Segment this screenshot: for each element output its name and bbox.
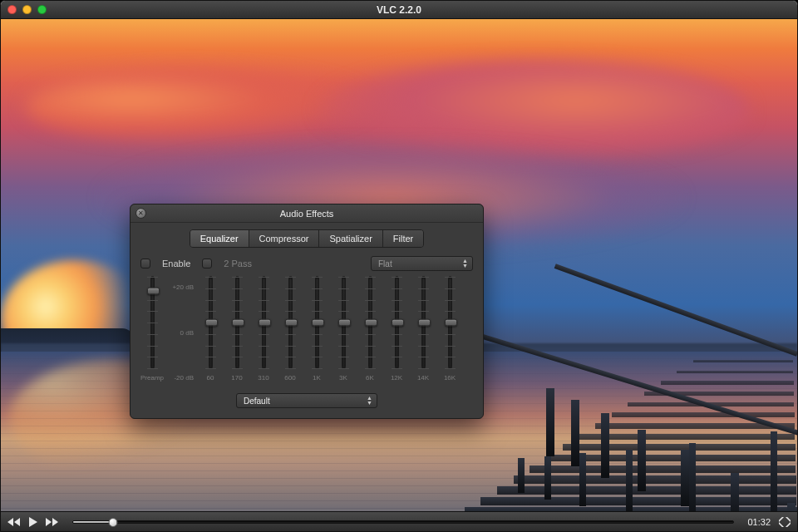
time-display: 01:32 xyxy=(747,517,771,527)
preamp-label: Preamp xyxy=(140,374,164,382)
video-area[interactable]: ✕ Audio Effects EqualizerCompressorSpati… xyxy=(1,19,797,511)
chevron-updown-icon: ▲▼ xyxy=(367,396,372,406)
band-label: 170 xyxy=(231,374,242,382)
preset-top-dropdown[interactable]: Flat ▲▼ xyxy=(371,256,473,271)
band-label: 3K xyxy=(339,374,347,382)
preset-top-value: Flat xyxy=(378,259,392,268)
band-label: 6K xyxy=(366,374,374,382)
band-label: 600 xyxy=(284,374,295,382)
preset-bottom-dropdown[interactable]: Default ▲▼ xyxy=(236,393,377,408)
chevron-updown-icon: ▲▼ xyxy=(462,259,467,268)
panel-close-button[interactable]: ✕ xyxy=(135,208,146,219)
enable-checkbox[interactable] xyxy=(140,259,150,268)
slider-knob[interactable] xyxy=(232,319,244,327)
panel-title-bar[interactable]: ✕ Audio Effects xyxy=(131,204,483,223)
band-slider-14k[interactable]: 14K xyxy=(410,276,436,382)
band-label: 1K xyxy=(313,374,321,382)
forward-button[interactable] xyxy=(46,518,59,526)
progress-bar[interactable] xyxy=(72,520,734,524)
tab-equalizer[interactable]: Equalizer xyxy=(190,230,249,247)
band-label: 60 xyxy=(207,374,214,382)
preset-bottom-value: Default xyxy=(244,397,270,406)
fullscreen-button[interactable] xyxy=(779,517,791,527)
slider-knob[interactable] xyxy=(392,319,404,327)
equalizer-sliders: Preamp+20 dB0 dB-20 dB601703106001K3K6K1… xyxy=(139,276,475,382)
band-slider-12k[interactable]: 12K xyxy=(383,276,410,382)
enable-label: Enable xyxy=(162,259,190,268)
slider-knob[interactable] xyxy=(338,319,351,327)
tab-compressor[interactable]: Compressor xyxy=(249,230,320,247)
scale-label: +20 dB xyxy=(165,283,194,291)
slider-knob[interactable] xyxy=(259,319,271,327)
band-slider-310[interactable]: 310 xyxy=(250,276,277,382)
slider-knob[interactable] xyxy=(147,287,160,294)
band-label: 14K xyxy=(417,374,429,382)
band-slider-3k[interactable]: 3K xyxy=(330,276,357,382)
player-controls: 01:32 xyxy=(1,511,797,531)
tab-filter[interactable]: Filter xyxy=(383,230,423,247)
audio-effects-panel: ✕ Audio Effects EqualizerCompressorSpati… xyxy=(130,204,484,419)
app-window: VLC 2.2.0 ✕ Audio Effects EqualizerCompr… xyxy=(0,0,798,532)
slider-knob[interactable] xyxy=(418,319,431,327)
band-label: 16K xyxy=(444,374,456,382)
dock-structure xyxy=(440,352,797,511)
slider-knob[interactable] xyxy=(445,319,457,327)
band-slider-6k[interactable]: 6K xyxy=(357,276,383,382)
slider-knob[interactable] xyxy=(285,319,298,327)
band-slider-170[interactable]: 170 xyxy=(224,276,250,382)
band-slider-16k[interactable]: 16K xyxy=(436,276,463,382)
slider-knob[interactable] xyxy=(205,319,218,327)
window-title: VLC 2.2.0 xyxy=(1,4,797,16)
scale-label: -20 dB xyxy=(165,374,194,382)
progress-handle[interactable] xyxy=(108,518,117,527)
panel-title: Audio Effects xyxy=(280,209,334,219)
band-slider-60[interactable]: 60 xyxy=(197,276,224,382)
play-button[interactable] xyxy=(29,517,37,527)
panel-tabs: EqualizerCompressorSpatializerFilter xyxy=(190,229,425,248)
band-label: 12K xyxy=(391,374,402,382)
slider-knob[interactable] xyxy=(365,319,377,327)
rewind-button[interactable] xyxy=(7,518,21,526)
slider-knob[interactable] xyxy=(312,319,324,327)
band-slider-1k[interactable]: 1K xyxy=(303,276,330,382)
scale-label: 0 dB xyxy=(165,329,194,337)
band-label: 310 xyxy=(258,374,268,382)
band-slider-600[interactable]: 600 xyxy=(277,276,303,382)
two-pass-label: 2 Pass xyxy=(224,259,252,268)
title-bar: VLC 2.2.0 xyxy=(1,1,797,19)
two-pass-checkbox[interactable] xyxy=(202,259,212,268)
preamp-slider[interactable]: Preamp xyxy=(139,276,165,382)
tab-spatializer[interactable]: Spatializer xyxy=(319,230,382,247)
